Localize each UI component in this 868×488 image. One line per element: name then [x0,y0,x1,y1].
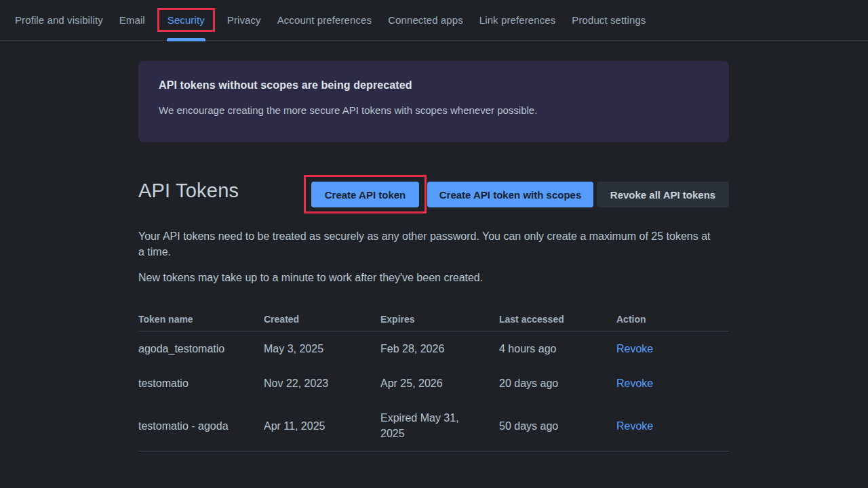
expires-value: Feb 28, 2026 [380,341,444,357]
expires-cell: Apr 25, 2026 [380,366,499,401]
table-row: testomatio Nov 22, 2023 Apr 25, 2026 20 … [138,366,729,401]
column-header-action: Action [616,308,729,331]
expires-cell: Feb 28, 2026 [380,331,499,367]
expires-value: Apr 25, 2026 [380,375,443,391]
token-name-cell: agoda_testomatio [138,331,264,367]
tab-security[interactable]: Security [167,14,205,26]
created-cell: Apr 11, 2025 [264,401,380,451]
deprecation-banner: API tokens without scopes are being depr… [138,61,729,142]
api-tokens-table: Token name Created Expires Last accessed… [138,308,729,451]
create-api-token-button[interactable]: Create API token [311,182,419,207]
column-header-token-name: Token name [138,308,264,331]
table-row: agoda_testomatio May 3, 2025 Feb 28, 202… [138,331,729,367]
active-tab-underline [167,38,205,41]
api-tokens-note: New tokens may take up to a minute to wo… [138,270,729,285]
page-title: API Tokens [138,180,239,202]
banner-title: API tokens without scopes are being depr… [159,79,709,92]
column-header-last-accessed: Last accessed [499,308,616,331]
revoke-link[interactable]: Revoke [616,420,653,432]
last-accessed-cell: 4 hours ago [499,331,616,367]
api-tokens-header-row: API Tokens Create API token Create API t… [138,173,729,214]
expires-value: Expired May 31, 2025 [380,410,471,441]
tab-product-settings[interactable]: Product settings [572,14,646,26]
tab-security-annotation-box: Security [157,8,215,32]
table-header-row: Token name Created Expires Last accessed… [138,308,729,331]
tab-privacy[interactable]: Privacy [227,14,261,26]
revoke-link[interactable]: Revoke [616,343,653,354]
revoke-all-api-tokens-button[interactable]: Revoke all API tokens [597,182,729,207]
token-name-cell: testomatio [138,366,264,401]
banner-message: We encourage creating the more secure AP… [159,104,709,116]
tab-email[interactable]: Email [119,14,145,26]
api-tokens-description: Your API tokens need to be treated as se… [138,228,711,260]
last-accessed-cell: 20 days ago [499,366,616,401]
tab-profile-and-visibility[interactable]: Profile and visibility [15,14,103,26]
tab-link-preferences[interactable]: Link preferences [479,14,556,26]
tab-connected-apps[interactable]: Connected apps [388,14,463,26]
tab-account-preferences[interactable]: Account preferences [277,14,372,26]
expires-cell: Expired May 31, 2025 [380,401,499,451]
created-cell: Nov 22, 2023 [264,366,380,401]
last-accessed-cell: 50 days ago [499,401,616,451]
column-header-created: Created [264,308,380,331]
table-row: testomatio - agoda Apr 11, 2025 Expired … [138,401,729,451]
security-settings-content: API tokens without scopes are being depr… [138,61,729,451]
settings-tab-bar: Profile and visibility Email Security Pr… [0,0,868,41]
create-api-token-with-scopes-button[interactable]: Create API token with scopes [427,182,593,207]
created-cell: May 3, 2025 [264,331,380,367]
revoke-link[interactable]: Revoke [616,378,653,389]
token-name-cell: testomatio - agoda [138,401,264,451]
column-header-expires: Expires [380,308,499,331]
